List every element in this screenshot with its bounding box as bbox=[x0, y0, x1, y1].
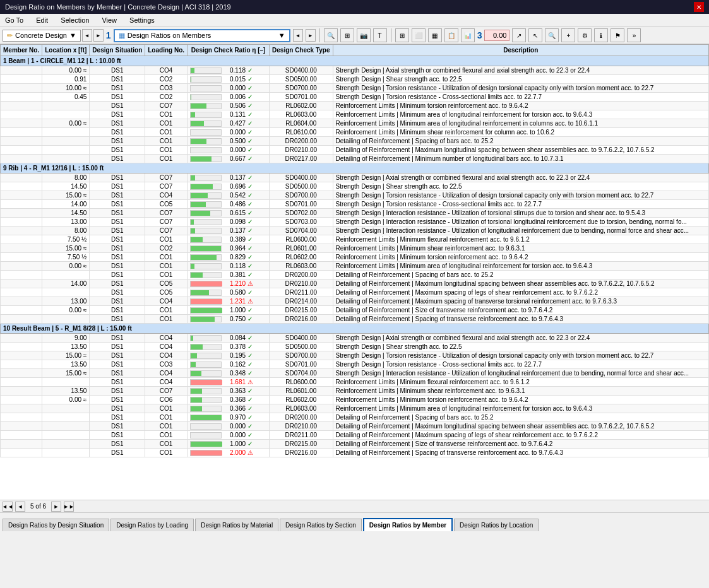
table-row[interactable]: 8.00DS1CO7 0.137 ✓ SD0400.00Strength Des… bbox=[1, 173, 709, 182]
plus-btn[interactable]: + bbox=[561, 28, 575, 42]
group-header-group9: 9 Rib | 4 - R_M1 12/16 | L : 15.00 ft bbox=[1, 163, 709, 173]
menu-edit[interactable]: Edit bbox=[33, 15, 51, 25]
table-row[interactable]: 7.50 ½DS1CO1 0.829 ✓ RL0602.00Reinforcem… bbox=[1, 253, 709, 262]
table-row[interactable]: DS1CO1 0.000 ✓ DR0210.00Detailing of Rei… bbox=[1, 422, 709, 431]
table-row[interactable]: DS1CO4 1.681 ⚠ RL0600.00Reinforcement Li… bbox=[1, 378, 709, 387]
table-icon: ▦ bbox=[119, 32, 125, 40]
table-row[interactable]: DS1CO5 0.580 ✓ DR0211.00Detailing of Rei… bbox=[1, 288, 709, 297]
table-row[interactable]: 8.00DS1CO7 0.137 ✓ SD0704.00Strength Des… bbox=[1, 226, 709, 235]
table-row[interactable]: DS1CO1 0.000 ✓ DR0211.00Detailing of Rei… bbox=[1, 431, 709, 440]
table-row[interactable]: 10.00 ≈DS1CO3 0.000 ✓ SD0700.00Strength … bbox=[1, 84, 709, 93]
number-value: 0.00 bbox=[493, 32, 506, 39]
table-row[interactable]: 14.50DS1CO7 0.615 ✓ SD0702.00Strength De… bbox=[1, 209, 709, 218]
tab-loading[interactable]: Design Ratios by Loading bbox=[110, 519, 194, 531]
arrow-btn[interactable]: ↗ bbox=[512, 28, 526, 42]
page-prev-btn[interactable]: ◄ bbox=[15, 502, 25, 512]
table-row[interactable]: 13.00DS1CO4 1.231 ⚠ DR0214.00Detailing o… bbox=[1, 297, 709, 306]
table-row[interactable]: 13.50DS1CO3 0.162 ✓ SD0701.00Strength De… bbox=[1, 360, 709, 369]
photo-btn[interactable]: 📷 bbox=[357, 28, 371, 42]
table-row[interactable]: 0.00 ≈DS1CO1 0.427 ✓ RL0604.00Reinforcem… bbox=[1, 119, 709, 128]
table-row[interactable]: 0.00 ≈DS1CO4 0.118 ✓ SD0400.00Strength D… bbox=[1, 66, 709, 75]
col-header-location: Location x [ft] bbox=[42, 45, 90, 56]
settings-btn[interactable]: ⚙ bbox=[578, 28, 592, 42]
window-title: Design Ratio on Members by Member | Conc… bbox=[5, 3, 231, 11]
table-row[interactable]: 7.50 ½DS1CO1 0.389 ✓ RL0600.00Reinforcem… bbox=[1, 235, 709, 244]
table-row[interactable]: DS1CO1 0.750 ✓ DR0216.00Detailing of Rei… bbox=[1, 315, 709, 324]
table-row[interactable]: 0.45DS1CO2 0.006 ✓ SD0701.00Strength Des… bbox=[1, 93, 709, 102]
scroll-left-btn[interactable]: ◄◄ bbox=[3, 502, 13, 512]
flag-btn[interactable]: ⚑ bbox=[611, 28, 624, 42]
tab-location[interactable]: Design Ratios by Location bbox=[454, 519, 539, 531]
table-row[interactable]: DS1CO1 0.381 ✓ DR0200.00Detailing of Rei… bbox=[1, 271, 709, 279]
col-header-member: Member No. bbox=[1, 45, 42, 56]
badge-1: 1 bbox=[106, 30, 111, 40]
toolbar-area: ✏ Concrete Design ▼ ◄ ► 1 ▦ Design Ratio… bbox=[0, 27, 709, 44]
table-row[interactable]: DS1CO1 0.500 ✓ DR0200.00Detailing of Rei… bbox=[1, 137, 709, 146]
divider1 bbox=[319, 28, 320, 42]
table-row[interactable]: 15.00 ≈DS1CO4 0.542 ✓ SD0700.00Strength … bbox=[1, 191, 709, 200]
table-row[interactable]: 13.50DS1CO7 0.363 ✓ RL0601.00Reinforceme… bbox=[1, 387, 709, 396]
export-btn[interactable]: 📋 bbox=[444, 28, 458, 42]
table-row[interactable]: DS1CO1 0.000 ✓ DR0210.00Detailing of Rei… bbox=[1, 146, 709, 155]
filter-btn[interactable]: ⊞ bbox=[340, 28, 354, 42]
menu-settings[interactable]: Settings bbox=[127, 15, 157, 25]
table-row[interactable]: 13.00DS1CO7 0.098 ✓ SD0703.00Strength De… bbox=[1, 218, 709, 226]
nav-prev-btn[interactable]: ◄ bbox=[82, 29, 92, 42]
zoom-btn[interactable]: 🔍 bbox=[545, 28, 559, 42]
table-row[interactable]: DS1CO1 0.667 ✓ DR0217.00Detailing of Rei… bbox=[1, 155, 709, 163]
table-row[interactable]: 0.00 ≈DS1CO1 1.000 ✓ DR0215.00Detailing … bbox=[1, 306, 709, 315]
table-row[interactable]: 9.00DS1CO4 0.084 ✓ SD0400.00Strength Des… bbox=[1, 334, 709, 343]
table-row[interactable]: 0.00 ≈DS1CO1 0.118 ✓ RL0603.00Reinforcem… bbox=[1, 262, 709, 271]
table-row[interactable]: DS1CO1 1.000 ✓ DR0215.00Detailing of Rei… bbox=[1, 440, 709, 449]
scroll-right-btn[interactable]: ►► bbox=[64, 502, 74, 512]
text-btn[interactable]: T bbox=[373, 28, 387, 42]
table-row[interactable]: 15.00 ≈DS1CO4 0.195 ✓ SD0700.00Strength … bbox=[1, 351, 709, 360]
main-table: Member No. Location x [ft] Design Situat… bbox=[0, 44, 709, 457]
tab-design-situation[interactable]: Design Ratios by Design Situation bbox=[3, 519, 109, 531]
tab-section[interactable]: Design Ratios by Section bbox=[280, 519, 362, 531]
table-row[interactable]: 15.00 ≈DS1CO2 0.964 ✓ RL0601.00Reinforce… bbox=[1, 244, 709, 253]
table-row[interactable]: 14.50DS1CO7 0.696 ✓ SD0500.00Strength De… bbox=[1, 182, 709, 191]
table-row[interactable]: 14.00DS1CO5 1.210 ⚠ DR0210.00Detailing o… bbox=[1, 279, 709, 288]
window-btn[interactable]: ⬜ bbox=[412, 28, 426, 42]
table-row[interactable]: 13.50DS1CO4 0.378 ✓ SD0500.00Strength De… bbox=[1, 343, 709, 351]
page-info: 5 of 6 bbox=[28, 503, 49, 510]
search-btn[interactable]: 🔍 bbox=[324, 28, 338, 42]
expand-btn[interactable]: » bbox=[627, 28, 641, 42]
table-row[interactable]: DS1CO1 2.000 ⚠ DR0216.00Detailing of Rei… bbox=[1, 449, 709, 457]
concrete-design-text: Concrete Design bbox=[15, 32, 67, 39]
chart-btn[interactable]: 📊 bbox=[461, 28, 475, 42]
menu-goto[interactable]: Go To bbox=[3, 15, 26, 25]
cursor-btn[interactable]: ↖ bbox=[528, 28, 542, 42]
table-row[interactable]: 15.00 ≈DS1CO4 0.348 ✓ SD0704.00Strength … bbox=[1, 369, 709, 378]
col-header-loading: Loading No. bbox=[145, 45, 188, 56]
table-row[interactable]: DS1CO1 0.970 ✓ DR0200.00Detailing of Rei… bbox=[1, 413, 709, 422]
main-dropdown-text: Design Ratios on Members bbox=[128, 32, 212, 39]
close-button[interactable]: ✕ bbox=[694, 2, 704, 12]
layout-btn[interactable]: ▦ bbox=[428, 28, 442, 42]
badge-3: 3 bbox=[477, 30, 482, 40]
tab-material[interactable]: Design Ratios by Material bbox=[195, 519, 278, 531]
menu-bar: Go To Edit Selection View Settings bbox=[0, 14, 709, 27]
info-btn[interactable]: ℹ bbox=[594, 28, 608, 42]
tab-member[interactable]: Design Ratios by Member bbox=[363, 518, 453, 531]
table-row[interactable]: 0.91DS1CO2 0.015 ✓ SD0500.00Strength Des… bbox=[1, 75, 709, 84]
table-row[interactable]: 0.00 ≈DS1CO6 0.368 ✓ RL0602.00Reinforcem… bbox=[1, 396, 709, 404]
nav-next-btn[interactable]: ► bbox=[93, 29, 104, 42]
menu-view[interactable]: View bbox=[99, 15, 119, 25]
table-row[interactable]: DS1CO7 0.506 ✓ RL0602.00Reinforcement Li… bbox=[1, 102, 709, 110]
grid-btn[interactable]: ⊞ bbox=[395, 28, 409, 42]
table-row[interactable]: 14.00DS1CO5 0.486 ✓ SD0701.00Strength De… bbox=[1, 200, 709, 209]
table-row[interactable]: DS1CO1 0.131 ✓ RL0603.00Reinforcement Li… bbox=[1, 110, 709, 119]
col-header-situation: Design Situation bbox=[90, 45, 145, 56]
page-next-btn[interactable]: ► bbox=[51, 502, 61, 512]
group-header-group10: 10 Result Beam | 5 - R_M1 8/28 | L : 15.… bbox=[1, 324, 709, 334]
nav-next-main[interactable]: ► bbox=[306, 29, 316, 42]
table-row[interactable]: DS1CO1 0.000 ✓ RL0610.00Reinforcement Li… bbox=[1, 128, 709, 137]
menu-selection[interactable]: Selection bbox=[58, 15, 92, 25]
nav-prev-main[interactable]: ◄ bbox=[293, 29, 303, 42]
table-container: Member No. Location x [ft] Design Situat… bbox=[0, 44, 709, 500]
main-dropdown[interactable]: ▦ Design Ratios on Members ▼ bbox=[114, 29, 290, 42]
col-header-ratio: Design Check Ratio η [–] bbox=[188, 45, 270, 56]
table-row[interactable]: DS1CO1 0.366 ✓ RL0603.00Reinforcement Li… bbox=[1, 404, 709, 413]
